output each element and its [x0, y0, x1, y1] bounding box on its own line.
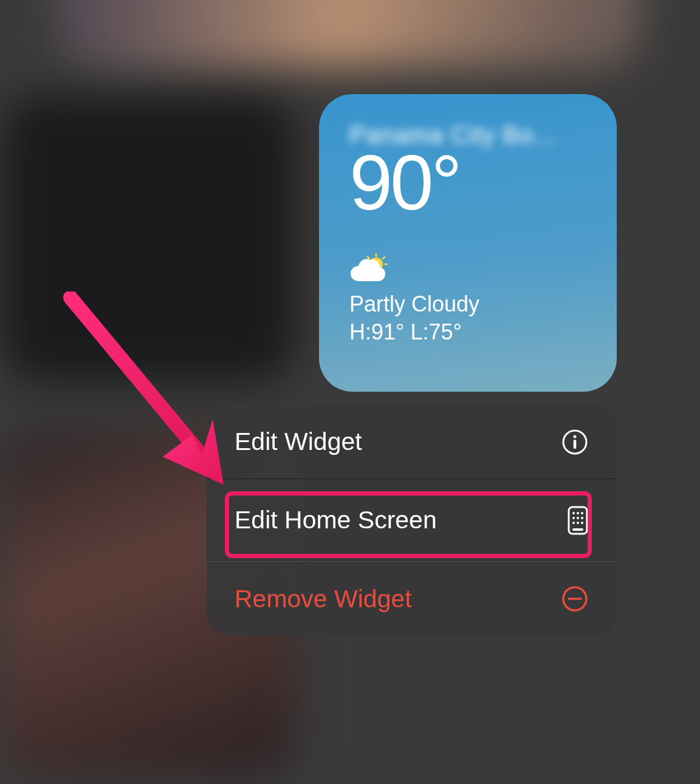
- svg-rect-7: [574, 440, 577, 449]
- partly-cloudy-icon: [349, 253, 586, 285]
- svg-rect-18: [572, 528, 583, 531]
- svg-point-16: [577, 522, 579, 524]
- svg-point-10: [577, 512, 579, 514]
- widget-context-menu: Edit Widget Edit Home Screen: [207, 405, 616, 636]
- weather-temperature: 90°: [349, 144, 586, 222]
- svg-point-17: [581, 522, 583, 524]
- svg-point-13: [577, 517, 579, 519]
- svg-point-11: [581, 512, 583, 514]
- menu-item-label: Edit Home Screen: [235, 506, 437, 534]
- weather-condition: Partly Cloudy: [349, 290, 586, 319]
- svg-point-12: [572, 517, 575, 519]
- weather-high-low: H:91° L:75°: [349, 319, 586, 345]
- svg-point-9: [572, 512, 575, 514]
- svg-line-2: [383, 257, 385, 259]
- menu-item-edit-home-screen[interactable]: Edit Home Screen: [207, 479, 616, 562]
- remove-circle-icon: [561, 585, 588, 612]
- weather-widget[interactable]: Panama City Bo... 90° Partly Cloudy H:91…: [319, 94, 617, 392]
- svg-point-14: [581, 517, 583, 519]
- menu-item-label: Edit Widget: [235, 428, 362, 456]
- weather-location: Panama City Bo...: [349, 121, 586, 149]
- menu-item-edit-widget[interactable]: Edit Widget: [207, 405, 616, 479]
- svg-point-6: [574, 435, 577, 438]
- menu-item-label: Remove Widget: [235, 585, 412, 613]
- edit-homescreen-icon: [568, 506, 588, 535]
- menu-item-remove-widget[interactable]: Remove Widget: [207, 562, 616, 636]
- info-circle-icon: [561, 429, 588, 455]
- svg-point-15: [572, 522, 575, 524]
- svg-line-4: [368, 257, 369, 259]
